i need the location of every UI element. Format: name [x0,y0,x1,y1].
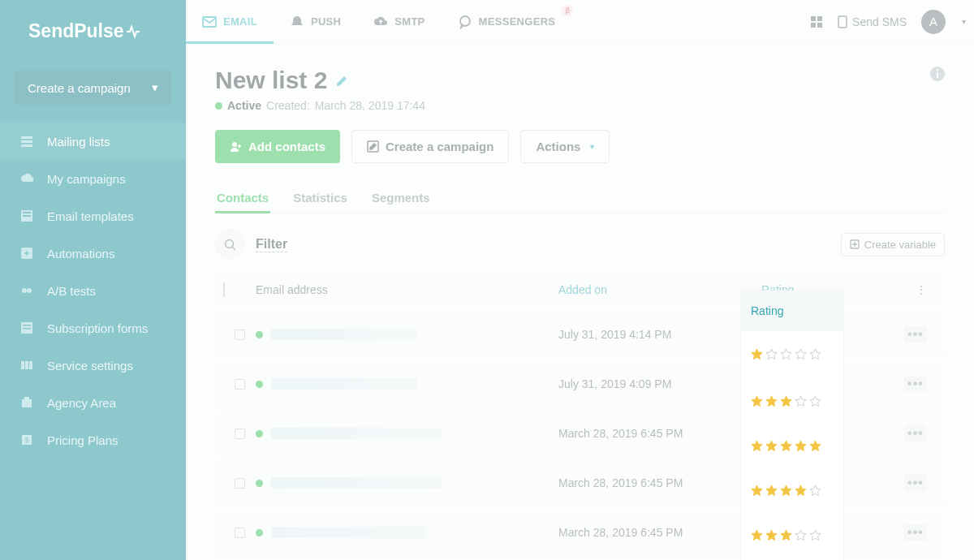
svg-rect-5 [23,215,31,217]
added-on: March 28, 2019 6:45 PM [558,526,761,539]
svg-rect-13 [25,361,28,369]
row-checkbox[interactable] [235,528,245,538]
status-dot-icon [256,430,263,437]
pricing-icon: $ [19,433,34,447]
rating-stars [761,378,864,390]
sidebar-item-mailing-lists[interactable]: Mailing lists [0,123,186,160]
email-redacted [271,378,417,390]
table-row[interactable]: March 28, 2019 6:45 PM••• [215,407,945,456]
status-dot-icon [256,480,263,487]
sidebar-item-email-templates[interactable]: Email templates [0,197,186,235]
ab-icon [19,283,34,298]
top-tab-email[interactable]: EMAIL [186,0,274,43]
beta-badge: β [562,5,573,16]
sidebar-item-my-campaigns[interactable]: My campaigns [0,160,186,197]
svg-rect-0 [21,136,32,139]
col-added[interactable]: Added on [558,283,761,296]
svg-rect-4 [23,212,31,213]
sidebar-item-label: Service settings [47,359,133,373]
svg-rect-21 [811,16,816,21]
create-campaign-button[interactable]: Create a campaign ▾ [15,71,171,105]
svg-rect-11 [23,328,31,330]
settings-icon [19,358,34,373]
sidebar-item-label: Pricing Plans [47,433,119,447]
sidebar-item-label: Agency Area [47,396,116,410]
pulse-icon [126,24,144,39]
select-all-checkbox[interactable] [223,282,225,297]
top-tab-smtp[interactable]: SMTP [357,0,441,43]
sidebar-item-service-settings[interactable]: Service settings [0,347,186,384]
row-menu[interactable]: ••• [904,376,927,392]
sidebar-item-automations[interactable]: Automations [0,235,186,272]
svg-rect-10 [23,325,31,326]
table-row[interactable]: March 28, 2019 6:45 PM••• [215,456,945,506]
svg-rect-1 [21,140,32,143]
sidebar-item-label: Subscription forms [47,321,148,335]
sidebar-item-subscription-forms[interactable]: Subscription forms [0,309,186,347]
added-on: July 31, 2019 4:09 PM [558,377,761,390]
row-checkbox[interactable] [235,478,245,489]
col-actions-menu[interactable]: ⋮ [864,283,937,296]
svg-point-29 [232,142,237,147]
avatar[interactable]: A [921,10,946,34]
create-campaign-button[interactable]: Create a campaign [351,130,509,163]
svg-rect-23 [811,23,816,28]
agency-icon [19,395,34,410]
email-redacted [271,428,442,439]
row-menu[interactable]: ••• [904,425,927,442]
gift-icon[interactable] [810,15,823,28]
tab-statistics[interactable]: Statistics [291,183,349,213]
caret-down-icon: ▾ [152,80,158,95]
status-dot-icon [215,102,222,110]
svg-rect-2 [21,144,32,147]
col-email[interactable]: Email address [256,283,558,296]
svg-rect-15 [22,399,32,407]
tab-contacts[interactable]: Contacts [215,183,270,213]
info-icon[interactable] [930,67,945,81]
row-menu[interactable]: ••• [904,326,927,342]
email-redacted [271,329,417,340]
svg-rect-27 [937,72,938,78]
added-on: July 31, 2019 4:14 PM [558,328,761,341]
added-on: March 28, 2019 6:45 PM [558,427,761,440]
sidebar-item-a-b-tests[interactable]: A/B tests [0,272,186,309]
table-row[interactable]: July 31, 2019 4:09 PM••• [215,357,945,407]
row-menu[interactable]: ••• [904,524,927,541]
row-checkbox[interactable] [235,379,245,390]
svg-rect-24 [817,23,822,28]
rating-stars [761,329,864,341]
send-sms-link[interactable]: Send SMS [838,15,907,28]
top-tab-push[interactable]: PUSH [274,0,357,43]
search-button[interactable] [215,230,244,259]
col-rating[interactable]: Rating [761,283,864,296]
actions-button[interactable]: Actions ▾ [520,130,610,163]
sidebar-item-pricing-plans[interactable]: $Pricing Plans [0,421,186,459]
svg-rect-16 [24,397,29,399]
form-icon [19,321,34,335]
rating-stars [761,477,864,489]
automation-icon [19,246,34,261]
table-row[interactable]: March 28, 2019 6:45 PM••• [215,506,945,555]
table-header: Email address Added on Rating ⋮ [215,272,945,308]
add-contacts-button[interactable]: Add contacts [215,130,340,163]
pencil-icon[interactable] [335,73,350,88]
svg-text:$: $ [24,436,28,444]
caret-down-icon: ▾ [590,142,594,151]
row-menu[interactable]: ••• [904,475,927,491]
row-checkbox[interactable] [235,429,245,439]
email-redacted [271,477,442,489]
sidebar-item-label: My campaigns [47,172,126,186]
filter-link[interactable]: Filter [256,237,287,252]
sidebar-item-label: Mailing lists [47,135,110,149]
create-variable-button[interactable]: Create variable [841,233,945,256]
sidebar-nav: Mailing listsMy campaignsEmail templates… [0,123,186,459]
status-line: Active Created: March 28, 2019 17:44 [215,99,425,112]
top-tab-messengers[interactable]: MESSENGERSβ [442,0,572,43]
cloud-up-icon [373,15,388,29]
row-checkbox[interactable] [235,330,245,340]
tab-segments[interactable]: Segments [370,183,432,213]
table-row[interactable]: July 31, 2019 4:14 PM••• [215,308,945,357]
caret-down-icon[interactable]: ▾ [962,17,966,26]
svg-rect-25 [838,16,847,28]
sidebar-item-agency-area[interactable]: Agency Area [0,384,186,421]
